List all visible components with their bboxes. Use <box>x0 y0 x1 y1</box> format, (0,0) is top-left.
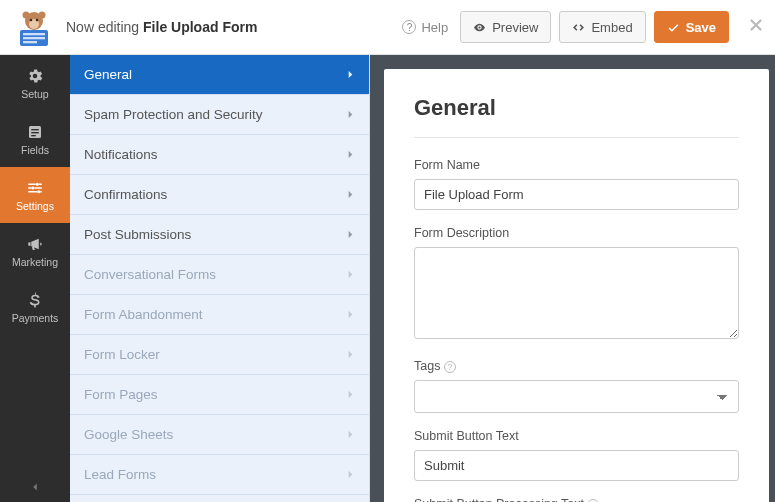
svg-point-16 <box>37 190 40 193</box>
help-link[interactable]: ? Help <box>402 20 448 35</box>
code-icon <box>572 21 585 34</box>
rail-item-fields[interactable]: Fields <box>0 111 70 167</box>
label-form-name: Form Name <box>414 158 739 172</box>
rail-label: Marketing <box>12 256 58 268</box>
check-icon <box>667 21 680 34</box>
svg-rect-12 <box>31 132 39 133</box>
svg-point-2 <box>39 12 46 19</box>
rail-item-setup[interactable]: Setup <box>0 55 70 111</box>
submenu-label: Spam Protection and Security <box>84 107 263 122</box>
chevron-right-icon <box>346 110 355 119</box>
label-tags: Tags ? <box>414 359 739 373</box>
embed-label: Embed <box>591 20 632 35</box>
submenu-label: Form Abandonment <box>84 307 203 322</box>
submenu-label: Confirmations <box>84 187 167 202</box>
field-form-name: Form Name <box>414 158 739 210</box>
field-form-description: Form Description <box>414 226 739 343</box>
rail-label: Settings <box>16 200 54 212</box>
chevron-right-icon <box>346 230 355 239</box>
svg-point-1 <box>23 12 30 19</box>
sliders-icon <box>26 179 44 197</box>
input-submit-text[interactable] <box>414 450 739 481</box>
editing-form-name: File Upload Form <box>143 19 257 35</box>
submenu-item-spam[interactable]: Spam Protection and Security <box>70 95 369 135</box>
rail-label: Payments <box>12 312 59 324</box>
svg-rect-11 <box>31 129 39 130</box>
help-label: Help <box>421 20 448 35</box>
rail-label: Fields <box>21 144 49 156</box>
svg-point-14 <box>36 182 39 185</box>
submenu-label: Notifications <box>84 147 158 162</box>
submenu-item-post-submissions[interactable]: Post Submissions <box>70 215 369 255</box>
close-icon <box>747 16 765 34</box>
form-icon <box>26 123 44 141</box>
embed-button[interactable]: Embed <box>559 11 645 43</box>
main: Setup Fields Settings Marketing Payments… <box>0 55 775 502</box>
submenu-item-confirmations[interactable]: Confirmations <box>70 175 369 215</box>
preview-label: Preview <box>492 20 538 35</box>
submenu-label: Lead Forms <box>84 467 156 482</box>
submenu-item-form-locker[interactable]: Form Locker <box>70 335 369 375</box>
submenu-item-form-abandonment[interactable]: Form Abandonment <box>70 295 369 335</box>
submenu-item-general[interactable]: General <box>70 55 369 95</box>
content-panel[interactable]: General Form Name Form Description Tags … <box>384 69 769 502</box>
help-icon[interactable]: ? <box>444 361 456 373</box>
svg-point-4 <box>30 19 33 22</box>
label-submit-text: Submit Button Text <box>414 429 739 443</box>
chevron-right-icon <box>346 470 355 479</box>
settings-submenu: General Spam Protection and Security Not… <box>70 55 370 502</box>
submenu-item-conversational-forms[interactable]: Conversational Forms <box>70 255 369 295</box>
submenu-label: General <box>84 67 132 82</box>
close-button[interactable] <box>747 16 765 38</box>
svg-rect-8 <box>23 37 45 39</box>
svg-point-5 <box>36 19 39 22</box>
submenu-item-google-sheets[interactable]: Google Sheets <box>70 415 369 455</box>
submenu-label: Form Pages <box>84 387 158 402</box>
select-tags[interactable] <box>414 380 739 413</box>
rail-item-marketing[interactable]: Marketing <box>0 223 70 279</box>
rail-collapse[interactable] <box>0 472 70 502</box>
save-label: Save <box>686 20 716 35</box>
submenu-label: Google Sheets <box>84 427 173 442</box>
field-tags: Tags ? <box>414 359 739 413</box>
chevron-right-icon <box>346 390 355 399</box>
svg-rect-7 <box>23 33 45 35</box>
save-button[interactable]: Save <box>654 11 729 43</box>
svg-rect-9 <box>23 41 37 43</box>
chevron-right-icon <box>346 190 355 199</box>
content-wrap: General Form Name Form Description Tags … <box>370 55 775 502</box>
chevron-right-icon <box>346 430 355 439</box>
eye-icon <box>473 21 486 34</box>
left-rail: Setup Fields Settings Marketing Payments <box>0 55 70 502</box>
chevron-right-icon <box>346 70 355 79</box>
submenu-label: Post Submissions <box>84 227 191 242</box>
megaphone-icon <box>26 235 44 253</box>
textarea-form-description[interactable] <box>414 247 739 339</box>
submenu-label: Form Locker <box>84 347 160 362</box>
submenu-item-lead-forms[interactable]: Lead Forms <box>70 455 369 495</box>
submenu-item-form-pages[interactable]: Form Pages <box>70 375 369 415</box>
editing-prefix: Now editing <box>66 19 139 35</box>
panel-title: General <box>414 95 739 138</box>
rail-item-settings[interactable]: Settings <box>0 167 70 223</box>
submenu-label: Conversational Forms <box>84 267 216 282</box>
field-submit-processing-text: Submit Button Processing Text ? <box>414 497 739 502</box>
gear-icon <box>26 67 44 85</box>
submenu-item-notifications[interactable]: Notifications <box>70 135 369 175</box>
app-logo <box>12 5 56 49</box>
label-form-description: Form Description <box>414 226 739 240</box>
preview-button[interactable]: Preview <box>460 11 551 43</box>
editing-title: Now editing File Upload Form <box>66 19 257 35</box>
help-icon: ? <box>402 20 416 34</box>
dollar-icon <box>26 291 44 309</box>
chevron-right-icon <box>346 150 355 159</box>
chevron-right-icon <box>346 310 355 319</box>
input-form-name[interactable] <box>414 179 739 210</box>
svg-rect-13 <box>31 135 36 136</box>
top-bar: Now editing File Upload Form ? Help Prev… <box>0 0 775 55</box>
rail-label: Setup <box>21 88 48 100</box>
chevron-right-icon <box>346 350 355 359</box>
rail-item-payments[interactable]: Payments <box>0 279 70 335</box>
chevron-right-icon <box>346 270 355 279</box>
field-submit-text: Submit Button Text <box>414 429 739 481</box>
